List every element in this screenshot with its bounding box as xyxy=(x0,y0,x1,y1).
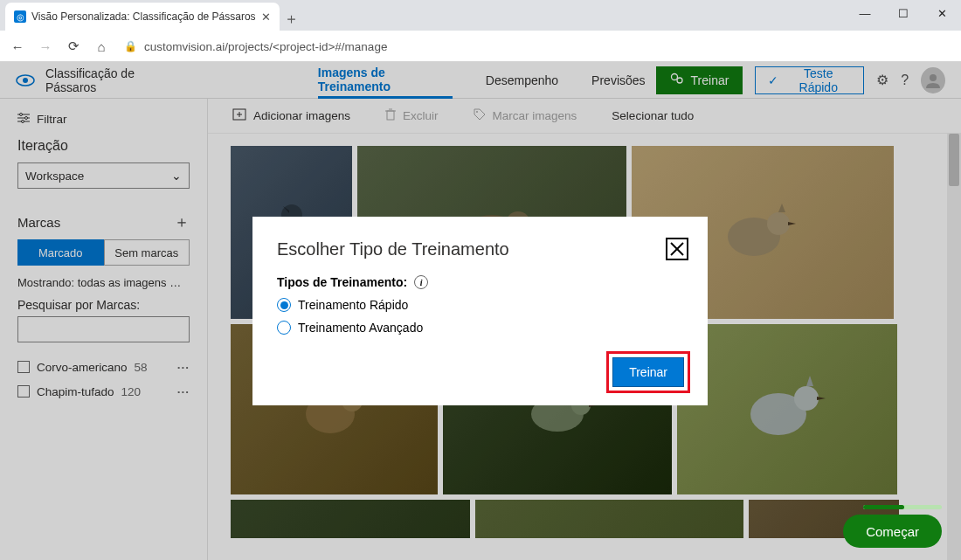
tab-favicon-icon: ◎ xyxy=(14,10,26,23)
browser-tab[interactable]: ◎ Visão Personalizada: Classificação de … xyxy=(5,3,280,31)
window-minimize-button[interactable]: ― xyxy=(846,0,884,26)
add-image-icon xyxy=(232,108,246,123)
svg-point-4 xyxy=(930,74,937,81)
tag-checkbox[interactable] xyxy=(17,361,30,373)
trash-icon xyxy=(385,108,396,123)
app-header: Classificação de Pássaros Imagens de Tre… xyxy=(0,62,961,99)
gears-icon xyxy=(670,73,684,87)
help-icon[interactable]: ? xyxy=(901,73,909,88)
modal-train-button[interactable]: Treinar xyxy=(612,357,684,387)
untagged-button[interactable]: Sem marcas xyxy=(104,239,190,266)
progress-bar-fill xyxy=(863,505,904,509)
tab-training-images[interactable]: Imagens de Treinamento xyxy=(318,63,453,99)
settings-icon[interactable]: ⚙ xyxy=(876,72,888,88)
tag-more-icon[interactable]: ··· xyxy=(177,361,190,374)
scrollbar[interactable] xyxy=(947,134,961,560)
svg-point-2 xyxy=(671,74,677,80)
nav-reload-button[interactable]: ⟳ xyxy=(61,34,86,59)
tag-name: Chapim-tufado xyxy=(37,385,114,398)
start-button[interactable]: Começar xyxy=(843,515,942,548)
svg-marker-26 xyxy=(778,204,785,212)
project-name: Classificação de Pássaros xyxy=(45,66,185,94)
scrollbar-thumb[interactable] xyxy=(949,134,959,186)
svg-marker-27 xyxy=(788,222,796,225)
nav-forward-button[interactable]: → xyxy=(33,34,58,59)
radio-quick-training[interactable]: Treinamento Rápido xyxy=(277,298,683,312)
delete-button: Excluir xyxy=(385,108,439,123)
quick-test-button[interactable]: ✓ Teste Rápido xyxy=(755,66,864,94)
check-icon: ✓ xyxy=(768,73,778,87)
radio-label: Treinamento Avançado xyxy=(298,321,423,335)
svg-marker-36 xyxy=(806,376,813,386)
showing-text: Mostrando: todas as imagens ma... xyxy=(17,276,190,289)
avatar[interactable] xyxy=(921,67,945,93)
browser-chrome: ◎ Visão Personalizada: Classificação de … xyxy=(0,0,961,62)
tag-item[interactable]: Corvo-americano 58 ··· xyxy=(17,355,190,379)
svg-point-3 xyxy=(677,78,682,83)
progress-bar xyxy=(863,505,942,509)
tab-bar: ◎ Visão Personalizada: Classificação de … xyxy=(0,0,961,31)
add-tag-button[interactable]: ＋ xyxy=(174,211,190,232)
tags-heading: Marcas xyxy=(17,215,60,230)
svg-point-8 xyxy=(25,117,28,120)
tag-count: 120 xyxy=(121,385,142,398)
svg-point-25 xyxy=(767,212,790,235)
nav-home-button[interactable]: ⌂ xyxy=(89,34,114,59)
svg-point-35 xyxy=(794,386,819,411)
train-button-highlight: Treinar xyxy=(606,351,690,393)
svg-marker-37 xyxy=(817,397,826,400)
workspace-dropdown[interactable]: Workspace ⌄ xyxy=(17,162,190,189)
chevron-down-icon: ⌄ xyxy=(171,169,182,183)
new-tab-button[interactable]: ＋ xyxy=(280,6,304,31)
tag-item[interactable]: Chapim-tufado 120 ··· xyxy=(17,379,190,404)
tagged-segment: Marcado Sem marcas xyxy=(17,239,190,266)
modal-close-button[interactable] xyxy=(666,238,688,260)
radio-advanced-training[interactable]: Treinamento Avançado xyxy=(277,321,683,335)
tag-count: 58 xyxy=(135,361,148,374)
image-thumbnail[interactable] xyxy=(475,500,743,538)
image-thumbnail[interactable] xyxy=(231,500,470,538)
select-all-button[interactable]: Selecionar tudo xyxy=(612,109,694,122)
radio-button-icon xyxy=(277,298,291,312)
search-tags-input[interactable] xyxy=(17,316,190,342)
progress-widget: Começar xyxy=(843,505,942,548)
image-toolbar: Adicionar imagens Excluir Marcar imagens… xyxy=(208,99,961,134)
iteration-heading: Iteração xyxy=(17,138,190,154)
tagged-button[interactable]: Marcado xyxy=(17,239,104,266)
training-type-modal: Escolher Tipo de Treinamento Tipos de Tr… xyxy=(252,217,708,405)
tab-performance[interactable]: Desempenho xyxy=(486,62,558,98)
svg-point-1 xyxy=(23,78,28,83)
tag-checkbox[interactable] xyxy=(17,385,30,398)
modal-title: Escolher Tipo de Treinamento xyxy=(277,239,683,259)
image-thumbnail[interactable] xyxy=(677,324,897,494)
tab-title: Visão Personalizada: Classificação de Pá… xyxy=(31,10,256,23)
quick-test-label: Teste Rápido xyxy=(785,66,851,94)
sidebar: Filtrar Iteração Workspace ⌄ Marcas ＋ Ma… xyxy=(0,99,208,560)
address-bar[interactable]: 🔒 customvision.ai/projects/<project-id>#… xyxy=(117,34,956,59)
svg-point-17 xyxy=(476,111,478,113)
train-button[interactable]: Treinar xyxy=(656,66,743,94)
add-images-button[interactable]: Adicionar imagens xyxy=(232,108,350,123)
window-close-button[interactable]: ✕ xyxy=(923,0,961,26)
sliders-icon xyxy=(17,113,30,126)
window-controls: ― ☐ ✕ xyxy=(846,0,961,26)
window-maximize-button[interactable]: ☐ xyxy=(884,0,923,26)
tag-more-icon[interactable]: ··· xyxy=(177,385,190,398)
filter-label: Filtrar xyxy=(37,113,67,126)
nav-tabs: Imagens de Treinamento Desempenho Previs… xyxy=(318,62,646,98)
svg-point-6 xyxy=(20,114,23,116)
info-icon[interactable]: i xyxy=(414,275,428,289)
nav-back-button[interactable]: ← xyxy=(5,34,30,59)
url-text: customvision.ai/projects/<project-id>#/m… xyxy=(144,40,387,53)
filter-toggle[interactable]: Filtrar xyxy=(17,113,190,126)
workspace-value: Workspace xyxy=(25,169,84,183)
radio-button-icon xyxy=(277,321,291,335)
tab-predictions[interactable]: Previsões xyxy=(591,62,645,98)
radio-label: Treinamento Rápido xyxy=(298,298,408,312)
tag-icon xyxy=(474,108,486,123)
training-types-heading: Tipos de Treinamento: i xyxy=(277,275,683,289)
tag-name: Corvo-americano xyxy=(37,361,128,374)
search-tags-label: Pesquisar por Marcas: xyxy=(17,298,190,312)
svg-rect-14 xyxy=(387,111,394,120)
tab-close-icon[interactable]: ✕ xyxy=(261,10,271,24)
